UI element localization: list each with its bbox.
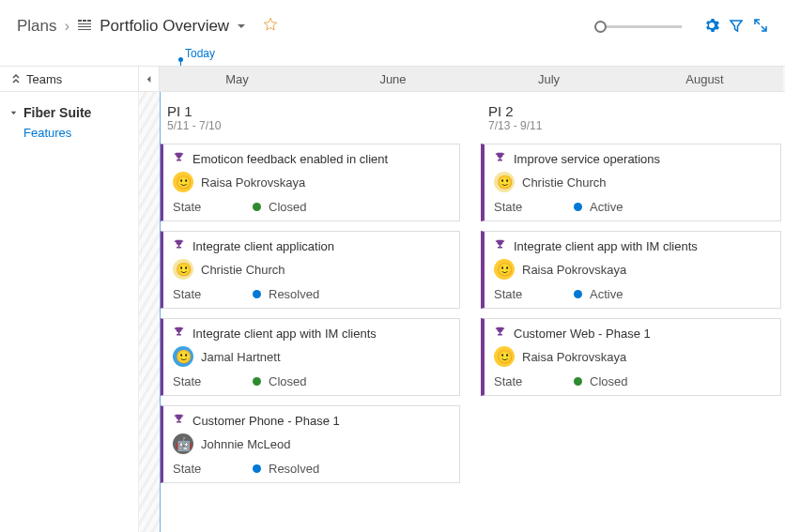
avatar: 🙂: [173, 346, 193, 367]
assignee-name: Raisa Pokrovskaya: [201, 175, 305, 190]
today-line: [160, 92, 161, 532]
chevron-down-icon[interactable]: [237, 17, 246, 36]
zoom-slider[interactable]: [594, 21, 682, 33]
assignee-name: Christie Church: [522, 175, 607, 190]
avatar: 🤖: [173, 433, 193, 454]
iteration-column: PI 27/13 - 9/11 Improve service operatio…: [481, 103, 781, 493]
main-area: Fiber Suite Features PI 15/11 - 7/10 Emo…: [0, 92, 785, 532]
svg-rect-5: [78, 29, 91, 30]
portfolio-icon: [77, 17, 92, 37]
work-item-card[interactable]: Customer Web - Phase 1 🙂 Raisa Pokrovska…: [481, 318, 781, 396]
breadcrumb-separator: ›: [65, 17, 70, 36]
epic-trophy-icon: [494, 238, 506, 253]
team-row[interactable]: Fiber Suite: [9, 105, 129, 120]
plan-title[interactable]: Portfolio Overview: [100, 17, 229, 36]
card-title: Integrate client app with IM clients: [192, 327, 377, 341]
assignee-name: Christie Church: [201, 263, 285, 277]
card-title: Improve service operations: [514, 152, 660, 166]
zoom-knob[interactable]: [594, 21, 607, 33]
state-dot: [253, 203, 261, 211]
state-value: Closed: [590, 374, 627, 388]
work-item-card[interactable]: Improve service operations 🙂 Christie Ch…: [481, 144, 781, 221]
work-item-card[interactable]: Emoticon feedback enabled in client 🙂 Ra…: [160, 144, 460, 221]
card-title: Integrate client app with IM clients: [514, 239, 698, 253]
state-label: State: [494, 287, 574, 301]
teams-header-cell[interactable]: Teams: [0, 67, 139, 91]
state-value: Active: [590, 200, 623, 214]
state-dot: [574, 377, 582, 386]
zoom-track[interactable]: [607, 25, 682, 28]
page-header: Plans › Portfolio Overview: [0, 0, 785, 47]
scroll-left-button[interactable]: [139, 67, 160, 91]
today-label: Today: [185, 47, 215, 60]
epic-trophy-icon: [173, 151, 185, 166]
collapse-all-icon[interactable]: [11, 72, 21, 86]
avatar: 🙂: [173, 259, 193, 280]
state-dot: [253, 290, 261, 298]
team-name: Fiber Suite: [23, 105, 91, 120]
iteration-title: PI 2: [481, 103, 781, 119]
sidebar: Fiber Suite Features: [0, 92, 139, 532]
month-header: July: [471, 67, 627, 91]
state-value: Resolved: [269, 462, 319, 476]
settings-gear-icon[interactable]: [704, 18, 719, 36]
month-header: June: [316, 67, 471, 91]
fullscreen-icon[interactable]: [753, 18, 768, 36]
epic-trophy-icon: [173, 413, 185, 428]
assignee-name: Jamal Hartnett: [201, 350, 281, 364]
today-marker-row: Today: [160, 47, 785, 66]
assignee-name: Raisa Pokrovskaya: [522, 350, 626, 364]
work-item-card[interactable]: Integrate client app with IM clients 🙂 R…: [481, 231, 781, 309]
plan-board[interactable]: PI 15/11 - 7/10 Emoticon feedback enable…: [139, 92, 785, 532]
today-tick: [180, 60, 181, 66]
favorite-star-icon[interactable]: [263, 17, 278, 37]
state-value: Closed: [269, 200, 306, 214]
month-header: August: [627, 67, 783, 91]
month-header: May: [160, 67, 316, 91]
work-item-card[interactable]: Integrate client application 🙂 Christie …: [160, 231, 460, 309]
state-dot: [253, 377, 261, 386]
avatar: 🙂: [173, 172, 193, 192]
state-label: State: [173, 462, 253, 476]
iteration-title: PI 1: [160, 103, 460, 119]
state-label: State: [173, 287, 253, 301]
state-label: State: [173, 200, 253, 214]
state-label: State: [494, 374, 574, 388]
breadcrumb: Plans › Portfolio Overview: [17, 17, 278, 37]
card-title: Integrate client application: [192, 239, 334, 253]
assignee-name: Johnnie McLeod: [201, 437, 290, 451]
teams-header-label: Teams: [26, 72, 62, 86]
filter-icon[interactable]: [729, 18, 744, 36]
work-item-card[interactable]: Integrate client app with IM clients 🙂 J…: [160, 318, 460, 396]
features-link[interactable]: Features: [23, 126, 129, 140]
state-dot: [253, 464, 261, 473]
state-label: State: [173, 374, 253, 388]
epic-trophy-icon: [494, 151, 506, 166]
epic-trophy-icon: [173, 238, 185, 253]
avatar: 🙂: [494, 172, 515, 192]
state-dot: [574, 203, 582, 211]
state-value: Active: [590, 287, 623, 301]
state-value: Closed: [269, 374, 306, 388]
state-label: State: [494, 200, 574, 214]
work-item-card[interactable]: Customer Phone - Phase 1 🤖 Johnnie McLeo…: [160, 405, 460, 483]
card-title: Customer Phone - Phase 1: [192, 414, 340, 428]
state-value: Resolved: [269, 287, 319, 301]
breadcrumb-root[interactable]: Plans: [17, 17, 57, 36]
svg-rect-2: [87, 20, 91, 22]
avatar: 🙂: [494, 259, 515, 280]
iteration-range: 5/11 - 7/10: [160, 119, 460, 132]
svg-rect-4: [78, 26, 91, 27]
epic-trophy-icon: [494, 326, 506, 341]
epic-trophy-icon: [173, 326, 185, 341]
svg-rect-0: [78, 20, 82, 22]
assignee-name: Raisa Pokrovskaya: [522, 263, 626, 277]
card-title: Customer Web - Phase 1: [514, 327, 651, 341]
iteration-column: PI 15/11 - 7/10 Emoticon feedback enable…: [160, 103, 460, 493]
iteration-range: 7/13 - 9/11: [481, 119, 781, 132]
card-title: Emoticon feedback enabled in client: [192, 152, 388, 166]
state-dot: [574, 290, 582, 298]
svg-rect-1: [83, 20, 86, 22]
timeline-header: Teams May June July August: [0, 66, 785, 92]
avatar: 🙂: [494, 346, 515, 367]
